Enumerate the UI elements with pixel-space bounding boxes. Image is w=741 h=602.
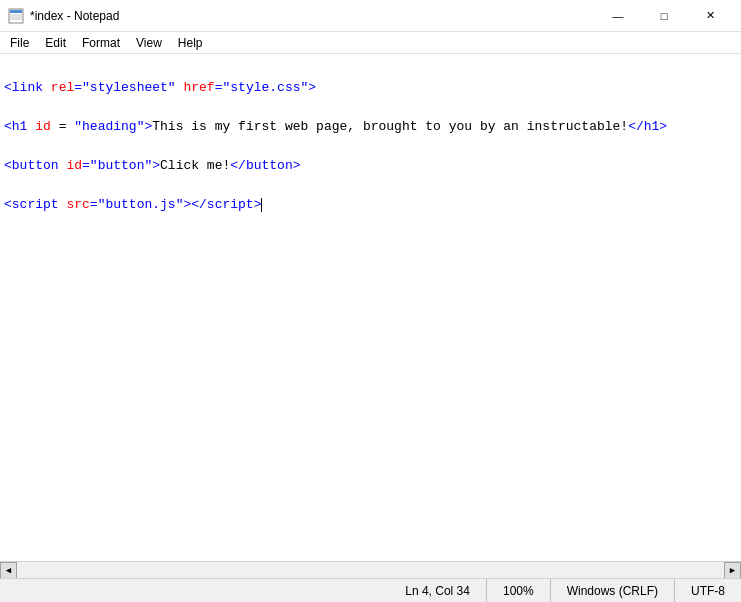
app-icon [8, 8, 24, 24]
status-bar: Ln 4, Col 34 100% Windows (CRLF) UTF-8 [0, 578, 741, 602]
maximize-button[interactable]: □ [641, 0, 687, 32]
scroll-track[interactable] [17, 562, 724, 578]
menu-bar: File Edit Format View Help [0, 32, 741, 54]
title-bar: *index - Notepad — □ ✕ [0, 0, 741, 32]
status-zoom: 100% [487, 579, 551, 602]
status-encoding: UTF-8 [675, 579, 741, 602]
title-bar-left: *index - Notepad [8, 8, 119, 24]
scroll-left-arrow[interactable]: ◀ [0, 562, 17, 579]
line-2: <h1 id = "heading">This is my first web … [4, 117, 737, 137]
minimize-button[interactable]: — [595, 0, 641, 32]
title-bar-controls: — □ ✕ [595, 0, 733, 32]
menu-help[interactable]: Help [170, 34, 211, 52]
horizontal-scrollbar[interactable]: ◀ ▶ [0, 561, 741, 578]
close-button[interactable]: ✕ [687, 0, 733, 32]
menu-format[interactable]: Format [74, 34, 128, 52]
status-line-ending: Windows (CRLF) [551, 579, 675, 602]
window-title: *index - Notepad [30, 9, 119, 23]
line-3: <button id="button">Click me!</button> [4, 156, 737, 176]
editor-container: <link rel="stylesheet" href="style.css">… [0, 54, 741, 578]
editor-area[interactable]: <link rel="stylesheet" href="style.css">… [0, 54, 741, 561]
menu-view[interactable]: View [128, 34, 170, 52]
menu-edit[interactable]: Edit [37, 34, 74, 52]
status-position: Ln 4, Col 34 [389, 579, 487, 602]
scroll-right-arrow[interactable]: ▶ [724, 562, 741, 579]
svg-rect-1 [10, 10, 22, 13]
menu-file[interactable]: File [2, 34, 37, 52]
line-4: <script src="button.js"></script> [4, 195, 737, 215]
line-1: <link rel="stylesheet" href="style.css"> [4, 78, 737, 98]
